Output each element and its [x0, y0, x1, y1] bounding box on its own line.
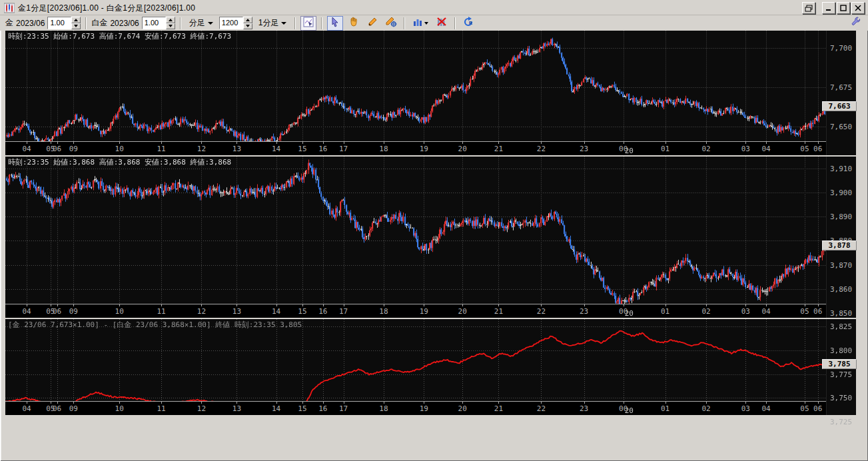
x-tick-mark — [161, 304, 162, 306]
titlebar[interactable]: 金1分足[2023/06]1.00 - 白金1分足[2023/06]1.00 — [0, 0, 868, 15]
chart-panel-select-button[interactable] — [300, 16, 316, 31]
y-tick-label: 3,800 — [830, 346, 852, 355]
pen-target-icon — [385, 17, 397, 29]
x-tick-label: 02 — [702, 404, 711, 413]
x-tick-label: 09 — [69, 307, 78, 316]
x-tick-label: 23 — [580, 404, 588, 413]
period-dropdown[interactable]: 分足 — [186, 15, 217, 31]
hand-icon — [348, 17, 359, 29]
x-tick-label: 09 — [69, 404, 78, 413]
delete-study-button[interactable] — [434, 16, 450, 31]
x-tick-mark — [201, 402, 202, 404]
bar-style-dropdown-button[interactable] — [410, 16, 431, 31]
x-tick-mark — [818, 402, 819, 404]
bar-count-down-button[interactable] — [243, 23, 252, 30]
x-tick-mark — [51, 402, 51, 404]
svg-text:R: R — [469, 21, 472, 25]
y-tick-label: 3,900 — [830, 189, 852, 197]
gold-chart-panel[interactable]: 時刻:23:35 始値:7,673 高値:7,674 安値:7,673 終値:7… — [5, 31, 856, 155]
draw-tool-button[interactable] — [364, 16, 380, 31]
x-tick-label: 19 — [420, 404, 428, 413]
x-tick-label: 18 — [379, 404, 388, 413]
cursor-tool-button[interactable] — [327, 16, 343, 31]
x-tick-mark — [323, 402, 324, 404]
spread-chart-panel[interactable]: [金 23/06 7,673×1.00] - [白金 23/06 3,868×1… — [5, 319, 856, 415]
x-tick-mark — [665, 402, 666, 404]
x-tick-label: 15 — [298, 404, 306, 413]
date-label: 20 — [625, 406, 634, 415]
bar-chart-icon — [412, 17, 423, 29]
platinum-month-select[interactable]: 2023/06 — [110, 19, 139, 28]
x-tick-label: 01 — [661, 404, 669, 413]
x-tick-label: 02 — [702, 145, 711, 153]
x-tick-label: 14 — [272, 404, 280, 413]
timeframe-dropdown[interactable]: 1分足 — [255, 15, 290, 31]
settings-button[interactable] — [848, 16, 864, 31]
y-tick-label: 7,700 — [830, 44, 852, 53]
x-tick-mark — [424, 304, 424, 306]
reload-button[interactable]: R — [460, 16, 476, 31]
platinum-multiplier-value[interactable]: 1.00 — [142, 17, 166, 29]
x-tick-label: 20 — [458, 404, 467, 413]
platinum-candlestick-chart[interactable] — [5, 157, 826, 318]
close-button[interactable] — [851, 2, 865, 14]
gold-multiplier-up-button[interactable] — [71, 17, 81, 23]
x-tick-mark — [584, 402, 585, 404]
platinum-multiplier-up-button[interactable] — [166, 17, 175, 23]
toolbar-separator — [294, 17, 296, 29]
platinum-multiplier-down-button[interactable] — [166, 23, 175, 30]
x-axis: 0405060910111213141516171819202122230001… — [5, 141, 826, 155]
annotate-tool-button[interactable] — [383, 16, 399, 31]
x-tick-label: 20 — [458, 307, 467, 316]
bar-count-spinner[interactable]: 1200 — [219, 17, 252, 29]
x-tick-mark — [584, 142, 585, 144]
x-tick-label: 12 — [197, 307, 206, 316]
gold-candlestick-chart[interactable] — [5, 31, 826, 155]
x-tick-mark — [462, 142, 463, 144]
x-tick-label: 23 — [580, 145, 588, 153]
x-tick-label: 06 — [53, 145, 61, 153]
gold-multiplier-value[interactable]: 1.00 — [47, 17, 71, 29]
pan-tool-button[interactable] — [346, 16, 362, 31]
platinum-multiplier-spinner[interactable]: 1.00 — [142, 17, 175, 29]
y-tick-label: 3,890 — [830, 213, 852, 221]
date-label: 20 — [625, 147, 634, 155]
x-tick-label: 02 — [702, 307, 711, 316]
x-tick-mark — [624, 402, 624, 404]
x-tick-mark — [766, 304, 767, 306]
x-tick-mark — [302, 142, 303, 144]
x-tick-mark — [498, 142, 499, 144]
x-tick-mark — [498, 304, 499, 306]
x-tick-mark — [161, 402, 162, 404]
x-tick-label: 10 — [115, 404, 124, 413]
x-tick-mark — [462, 402, 463, 404]
x-tick-mark — [27, 142, 27, 144]
x-tick-mark — [201, 142, 202, 144]
x-tick-mark — [665, 142, 666, 144]
x-tick-mark — [161, 142, 162, 144]
gold-multiplier-down-button[interactable] — [71, 23, 81, 30]
x-tick-mark — [624, 304, 624, 306]
x-tick-label: 19 — [420, 145, 428, 153]
float-window-button[interactable] — [802, 2, 815, 14]
period-dropdown-label: 分足 — [189, 17, 205, 29]
x-tick-mark — [57, 402, 58, 404]
bar-count-up-button[interactable] — [243, 17, 252, 23]
x-tick-label: 11 — [157, 404, 165, 413]
x-tick-mark — [498, 402, 499, 404]
y-tick-label: 3,825 — [830, 322, 852, 331]
toolbar: 金 2023/06 1.00 白金 2023/06 1.00 分足 1200 — [0, 15, 868, 31]
platinum-chart-panel[interactable]: 時刻:23:35 始値:3,868 高値:3,868 安値:3,868 終値:3… — [5, 157, 856, 318]
x-tick-mark — [344, 402, 344, 404]
x-tick-label: 10 — [115, 307, 124, 316]
bar-count-value[interactable]: 1200 — [219, 17, 243, 29]
gold-multiplier-spinner[interactable]: 1.00 — [47, 17, 81, 29]
gold-month-select[interactable]: 2023/06 — [16, 19, 45, 28]
y-tick-label: 3,725 — [830, 418, 852, 426]
x-tick-label: 05 — [800, 145, 809, 153]
x-tick-label: 11 — [157, 145, 165, 153]
maximize-button[interactable] — [837, 2, 850, 14]
minimize-button[interactable] — [822, 2, 835, 14]
pencil-icon — [367, 17, 378, 29]
chart-info-header: [金 23/06 7,673×1.00] - [白金 23/06 3,868×1… — [8, 320, 302, 330]
